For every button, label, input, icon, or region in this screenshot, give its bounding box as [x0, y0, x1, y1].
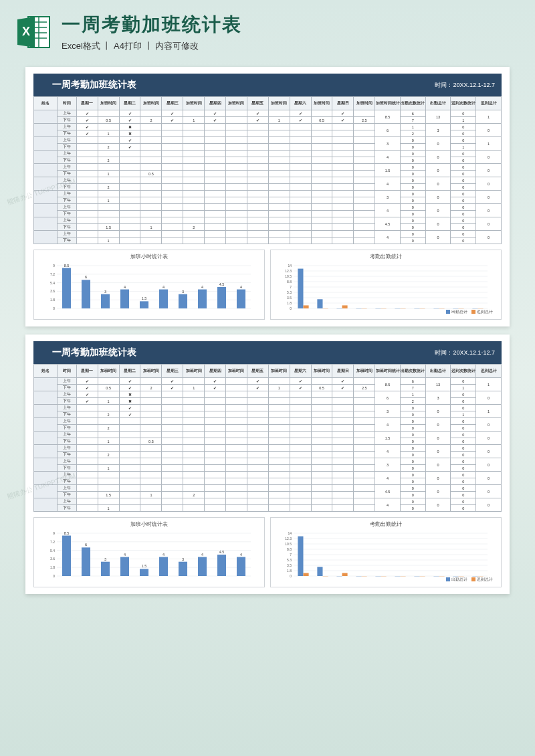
cell — [268, 211, 290, 217]
svg-rect-28 — [140, 301, 148, 308]
cell — [268, 505, 290, 512]
cell — [162, 191, 183, 197]
slot-pm: 下午 — [57, 130, 76, 137]
svg-text:10.5: 10.5 — [285, 274, 292, 278]
cell — [76, 411, 98, 418]
svg-rect-22 — [82, 280, 90, 308]
table-row: 上午30000 — [34, 191, 502, 197]
cell — [290, 171, 311, 177]
slot-pm: 下午 — [57, 398, 76, 405]
late-cell: 0 — [451, 164, 476, 171]
cell — [98, 405, 119, 411]
cell — [119, 204, 140, 211]
cell — [205, 238, 226, 244]
cell — [76, 498, 98, 505]
attend-cell: 0 — [400, 157, 425, 164]
cell — [205, 485, 226, 492]
cell — [226, 498, 247, 505]
cell — [119, 472, 140, 478]
slot-am: 上午 — [57, 231, 76, 238]
svg-text:1.8: 1.8 — [287, 301, 292, 305]
cell — [311, 144, 332, 151]
attend-cell: 2 — [400, 398, 425, 405]
table-row: 上午✔✔✔✔✔✔✔8.561301 — [34, 378, 502, 385]
sub-title: Excel格式 丨 A4打印 丨 内容可修改 — [62, 40, 519, 52]
cell — [205, 432, 226, 438]
cell — [226, 432, 247, 438]
cell — [268, 217, 290, 224]
cell — [247, 130, 268, 137]
name-cell — [34, 458, 58, 472]
cell — [290, 157, 311, 164]
cell — [226, 405, 247, 411]
cell — [183, 238, 205, 244]
cell: ✔ — [290, 117, 311, 124]
cell: ✖ — [119, 398, 140, 405]
cell — [332, 485, 354, 492]
slot-am: 上午 — [57, 472, 76, 478]
cell — [140, 177, 162, 184]
cell — [183, 151, 205, 157]
cell — [354, 458, 375, 465]
svg-text:7: 7 — [290, 553, 292, 557]
cell — [311, 452, 332, 458]
sheet-time: 时间：20XX.12.1-12.7 — [435, 81, 495, 90]
cell — [119, 445, 140, 452]
cell — [76, 217, 98, 224]
slot-am: 上午 — [57, 217, 76, 224]
slot-pm: 下午 — [57, 211, 76, 217]
svg-text:1.8: 1.8 — [287, 569, 292, 573]
cell — [332, 398, 354, 405]
cell: 0.5 — [98, 385, 119, 391]
ot-total: 4 — [375, 177, 401, 191]
cell: 0.5 — [311, 117, 332, 124]
table-row: 上午✔✔✔✔✔✔✔8.561301 — [34, 110, 502, 117]
late-cell: 1 — [451, 411, 476, 418]
attend-cell: 0 — [400, 478, 425, 485]
cell — [162, 171, 183, 177]
cell: 1 — [98, 505, 119, 512]
cell — [140, 445, 162, 452]
cell — [290, 472, 311, 478]
cell — [226, 391, 247, 398]
cell — [119, 177, 140, 184]
cell — [98, 378, 119, 385]
cell — [354, 425, 375, 432]
cell — [119, 164, 140, 171]
cell — [290, 204, 311, 211]
attend-cell: 0 — [400, 458, 425, 465]
late-cell: 0 — [451, 157, 476, 164]
svg-text:4: 4 — [163, 285, 165, 289]
ot-total: 1.5 — [375, 164, 401, 177]
svg-text:0: 0 — [53, 574, 55, 578]
cell — [311, 411, 332, 418]
late-cell: 0 — [451, 211, 476, 217]
cell — [332, 458, 354, 465]
svg-text:5.4: 5.4 — [50, 281, 55, 285]
cell — [247, 144, 268, 151]
cell: ✔ — [119, 117, 140, 124]
slot-am: 上午 — [57, 405, 76, 411]
name-cell — [34, 191, 58, 204]
cell: ✔ — [332, 385, 354, 391]
col-header: 星期四 — [205, 365, 226, 378]
cell — [247, 191, 268, 197]
cell — [76, 157, 98, 164]
cell — [183, 124, 205, 130]
cell — [162, 177, 183, 184]
late-cell: 0 — [451, 425, 476, 432]
cell — [290, 398, 311, 405]
cell — [354, 378, 375, 385]
svg-rect-70 — [342, 305, 348, 308]
cell — [140, 124, 162, 130]
col-header: 迟到次数统计 — [451, 365, 476, 378]
svg-text:0: 0 — [290, 306, 292, 310]
cell — [119, 498, 140, 505]
table-row: 上午40000 — [34, 177, 502, 184]
slot-pm: 下午 — [57, 197, 76, 204]
cell — [290, 505, 311, 512]
cell — [205, 411, 226, 418]
cell — [226, 130, 247, 137]
cell — [119, 452, 140, 458]
cell — [183, 472, 205, 478]
